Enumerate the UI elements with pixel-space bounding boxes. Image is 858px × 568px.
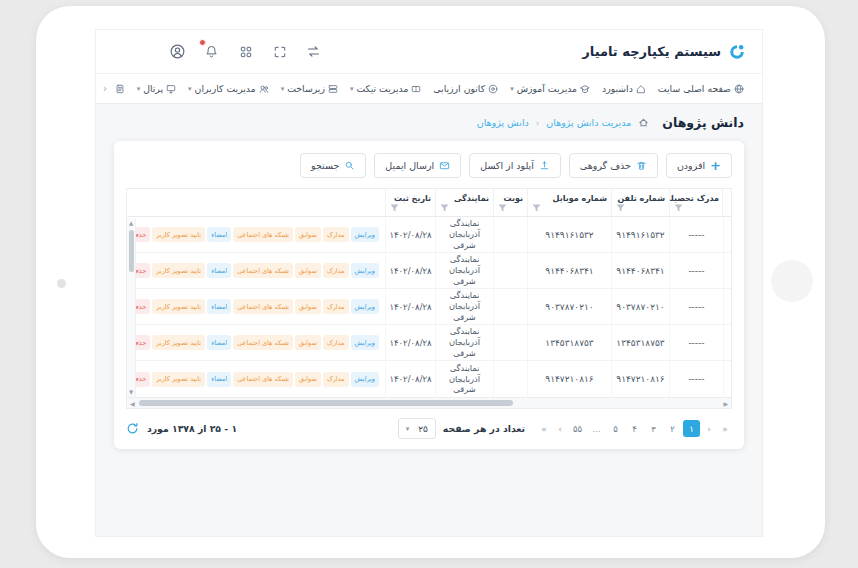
action-edit-button[interactable]: ویرایش xyxy=(351,372,379,387)
filter-icon[interactable] xyxy=(616,204,625,212)
bulk-delete-button[interactable]: حذف گروهی xyxy=(569,153,658,178)
nav-items: صفحه اصلی سایت داشبورد مدیریت آموزش ▾ کا… xyxy=(96,83,750,94)
horizontal-scrollbar[interactable]: ◀ ▶ xyxy=(126,398,732,409)
action-photo-approve-button[interactable]: تایید تصویر کاربر xyxy=(152,335,205,350)
records-summary-text: ۱ - ۲۵ از ۱۳۷۸ مورد xyxy=(147,423,237,434)
filter-icon[interactable] xyxy=(390,204,399,212)
action-signature-button[interactable]: امضاء xyxy=(207,299,231,314)
action-edit-button[interactable]: ویرایش xyxy=(351,335,379,350)
action-edit-button[interactable]: ویرایش xyxy=(351,227,379,242)
refresh-icon[interactable] xyxy=(126,422,139,435)
scroll-left-icon[interactable]: ◀ xyxy=(130,400,135,407)
swap-arrows-icon[interactable] xyxy=(304,42,323,61)
filter-icon[interactable] xyxy=(498,204,507,212)
students-table: مدرک تحصیلی شماره تلفن شماره موبایل xyxy=(126,188,732,398)
portal-icon xyxy=(166,84,176,94)
pagination-page-۳[interactable]: ۳ xyxy=(645,420,662,437)
cell-turn xyxy=(493,253,527,288)
nav-item-users[interactable]: مدیریت کاربران ▾ xyxy=(182,83,275,94)
notification-badge xyxy=(199,39,206,46)
action-photo-approve-button[interactable]: تایید تصویر کاربر xyxy=(152,263,205,278)
pagination-page-۵[interactable]: ۵ xyxy=(607,420,624,437)
action-social-button[interactable]: شبکه های اجتماعی xyxy=(233,263,293,278)
action-records-button[interactable]: سوابق xyxy=(295,335,321,350)
app-header: سیستم یکپارچه تامیار xyxy=(96,30,762,74)
pagination-page-۱[interactable]: ۱ xyxy=(683,420,700,437)
action-signature-button[interactable]: امضاء xyxy=(207,372,231,387)
action-documents-button[interactable]: مدارک xyxy=(323,263,349,278)
action-records-button[interactable]: سوابق xyxy=(295,372,321,387)
table-row: ----- ۹۰۳۷۸۷۰۲۱۰ ۹۰۳۷۸۷۰۲۱۰ نمایندگی آذر… xyxy=(127,289,731,325)
excel-upload-button[interactable]: آپلود از اکسل xyxy=(469,153,561,178)
filter-icon[interactable] xyxy=(532,204,541,212)
assessment-icon xyxy=(488,84,498,94)
form-icon xyxy=(115,84,125,94)
cell-agency: نمایندگی آذربایجان شرقی xyxy=(435,289,493,324)
vertical-scrollbar-thumb[interactable] xyxy=(129,230,134,272)
scroll-up-icon[interactable]: ▲ xyxy=(129,219,133,227)
filter-icon[interactable] xyxy=(674,204,683,212)
horizontal-scrollbar-thumb[interactable] xyxy=(139,400,513,406)
action-social-button[interactable]: شبکه های اجتماعی xyxy=(233,335,293,350)
apps-grid-icon[interactable] xyxy=(236,42,255,61)
cell-phone: ۹۱۴۷۲۱۰۸۱۶ xyxy=(611,361,669,397)
per-page-select[interactable]: ۲۵ ▾ xyxy=(398,418,436,439)
action-documents-button[interactable]: مدارک xyxy=(323,227,349,242)
action-records-button[interactable]: سوابق xyxy=(295,299,321,314)
pagination-first-button[interactable]: « xyxy=(718,421,732,437)
row-actions: ویرایشمدارکسوابقشبکه های اجتماعیامضاءتای… xyxy=(127,289,385,324)
pagination-page-۴[interactable]: ۴ xyxy=(626,420,643,437)
vertical-scrollbar[interactable]: ▲ ▼ xyxy=(127,218,136,397)
cell-turn xyxy=(493,289,527,324)
fullscreen-icon[interactable] xyxy=(270,42,289,61)
scroll-down-icon[interactable]: ▼ xyxy=(129,388,133,396)
action-social-button[interactable]: شبکه های اجتماعی xyxy=(233,372,293,387)
pagination-pages: ۱۲۳۴۵…۵۵ xyxy=(569,420,700,437)
action-edit-button[interactable]: ویرایش xyxy=(351,299,379,314)
action-social-button[interactable]: شبکه های اجتماعی xyxy=(233,227,293,242)
action-photo-approve-button[interactable]: تایید تصویر کاربر xyxy=(152,372,205,387)
search-button[interactable]: جستجو xyxy=(300,153,366,178)
pagination-page-۵۵[interactable]: ۵۵ xyxy=(569,420,586,437)
pagination-next-button[interactable]: › xyxy=(553,421,567,437)
action-photo-approve-button[interactable]: تایید تصویر کاربر xyxy=(152,227,205,242)
notifications-bell-icon[interactable] xyxy=(202,42,221,61)
cell-degree: ----- xyxy=(669,361,723,397)
column-degree: مدرک تحصیلی xyxy=(669,189,723,216)
action-signature-button[interactable]: امضاء xyxy=(207,335,231,350)
filter-icon[interactable] xyxy=(440,204,449,212)
add-button[interactable]: + افزودن xyxy=(666,153,732,178)
action-records-button[interactable]: سوابق xyxy=(295,263,321,278)
action-edit-button[interactable]: ویرایش xyxy=(351,263,379,278)
main-nav: صفحه اصلی سایت داشبورد مدیریت آموزش ▾ کا… xyxy=(96,74,762,104)
user-avatar[interactable] xyxy=(168,42,187,61)
action-records-button[interactable]: سوابق xyxy=(295,227,321,242)
pagination-page-۲[interactable]: ۲ xyxy=(664,420,681,437)
pagination-prev-button[interactable]: ‹ xyxy=(702,421,716,437)
action-documents-button[interactable]: مدارک xyxy=(323,372,349,387)
nav-item-ticket[interactable]: مدیریت تیکت ▾ xyxy=(344,83,427,94)
cell-turn xyxy=(493,217,527,252)
toolbar: + افزودن حذف گروهی آپلود از اکسل xyxy=(126,153,732,178)
action-signature-button[interactable]: امضاء xyxy=(207,227,231,242)
nav-item-portal[interactable]: پرتال ▾ xyxy=(131,83,182,94)
send-email-button[interactable]: ارسال ایمیل xyxy=(374,153,461,178)
action-photo-approve-button[interactable]: تایید تصویر کاربر xyxy=(152,299,205,314)
nav-scroll-left-icon[interactable]: ‹ xyxy=(96,74,114,103)
nav-item-infrastructure[interactable]: زیرساخت ▾ xyxy=(275,83,344,94)
action-social-button[interactable]: شبکه های اجتماعی xyxy=(233,299,293,314)
action-documents-button[interactable]: مدارک xyxy=(323,299,349,314)
action-documents-button[interactable]: مدارک xyxy=(323,335,349,350)
pagination-last-button[interactable]: » xyxy=(537,421,551,437)
cell-agency: نمایندگی آذربایجان شرقی xyxy=(435,217,493,252)
nav-item-assessment[interactable]: کانون ارزیابی xyxy=(427,83,504,94)
search-icon xyxy=(344,160,355,171)
cell-agency: نمایندگی آذربایجان شرقی xyxy=(435,325,493,360)
breadcrumb-parent[interactable]: مدیریت دانش پژوهان xyxy=(546,117,631,128)
action-signature-button[interactable]: امضاء xyxy=(207,263,231,278)
nav-item-home[interactable]: داشبورد xyxy=(596,83,652,94)
cell-date: ۱۴۰۲/۰۸/۲۸ xyxy=(385,289,435,324)
nav-item-globe[interactable]: صفحه اصلی سایت xyxy=(652,83,750,94)
scroll-right-icon[interactable]: ▶ xyxy=(723,400,728,407)
nav-item-education[interactable]: مدیریت آموزش ▾ xyxy=(504,83,596,94)
